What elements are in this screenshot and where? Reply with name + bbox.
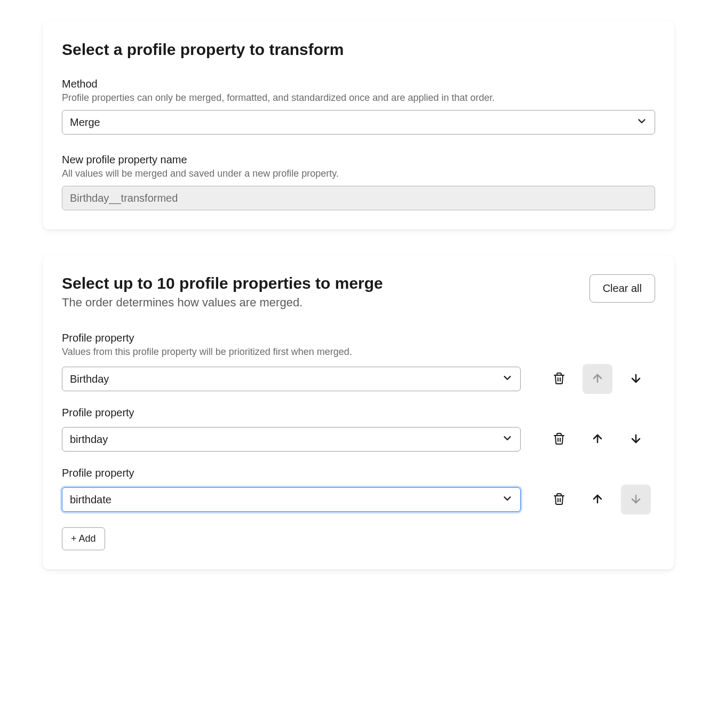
arrow-up-icon	[591, 372, 604, 386]
arrow-up-icon	[591, 432, 604, 447]
property-select-wrap: birthdate	[62, 487, 521, 512]
method-select[interactable]: Merge	[62, 110, 655, 134]
property-help: Values from this profile property will b…	[62, 346, 655, 358]
property-row: Profile propertybirthday	[62, 407, 655, 454]
property-value: birthdate	[70, 494, 111, 506]
method-field: Method Profile properties can only be me…	[62, 78, 655, 134]
property-select-wrap: birthday	[62, 427, 521, 452]
clear-all-button[interactable]: Clear all	[589, 274, 655, 303]
trash-icon	[553, 432, 565, 447]
method-value: Merge	[70, 116, 100, 129]
property-label: Profile property	[62, 407, 655, 419]
delete-button[interactable]	[544, 364, 574, 394]
property-select-wrap: Birthday	[62, 367, 521, 391]
new-name-label: New profile property name	[62, 154, 655, 166]
property-row: Profile propertyValues from this profile…	[62, 332, 655, 394]
property-controls: Birthday	[62, 364, 655, 394]
merge-subtitle: The order determines how values are merg…	[62, 296, 589, 310]
property-value: Birthday	[70, 373, 109, 385]
property-value: birthday	[70, 433, 108, 446]
property-row: Profile propertybirthdate	[62, 467, 655, 515]
new-name-value: Birthday__transformed	[70, 192, 178, 204]
property-select[interactable]: birthdate	[62, 487, 521, 512]
new-name-help: All values will be merged and saved unde…	[62, 168, 655, 179]
transform-card: Select a profile property to transform M…	[43, 21, 674, 230]
merge-card: Select up to 10 profile properties to me…	[43, 255, 674, 569]
property-select[interactable]: birthday	[62, 427, 521, 452]
properties-list: Profile propertyValues from this profile…	[62, 332, 655, 515]
move-down-button[interactable]	[621, 364, 651, 394]
property-controls: birthdate	[62, 485, 655, 515]
arrow-up-icon	[591, 493, 604, 507]
move-down-button[interactable]	[621, 424, 651, 454]
trash-icon	[553, 372, 565, 386]
method-help: Profile properties can only be merged, f…	[62, 92, 655, 104]
arrow-down-icon	[630, 432, 642, 447]
add-button[interactable]: + Add	[62, 527, 105, 550]
new-name-input[interactable]: Birthday__transformed	[62, 186, 655, 210]
arrow-down-icon	[630, 372, 642, 386]
merge-title: Select up to 10 profile properties to me…	[62, 274, 589, 292]
property-label: Profile property	[62, 467, 655, 479]
new-name-field: New profile property name All values wil…	[62, 154, 655, 210]
move-down-button	[621, 485, 651, 515]
delete-button[interactable]	[544, 485, 574, 515]
property-select[interactable]: Birthday	[62, 367, 521, 391]
trash-icon	[553, 493, 565, 507]
merge-header-text: Select up to 10 profile properties to me…	[62, 274, 589, 310]
move-up-button[interactable]	[583, 485, 612, 515]
move-up-button	[583, 364, 612, 394]
arrow-down-icon	[630, 493, 642, 507]
move-up-button[interactable]	[583, 424, 612, 454]
method-label: Method	[62, 78, 655, 90]
property-controls: birthday	[62, 424, 655, 454]
delete-button[interactable]	[544, 424, 574, 454]
property-label: Profile property	[62, 332, 655, 344]
merge-header: Select up to 10 profile properties to me…	[62, 274, 655, 310]
transform-title: Select a profile property to transform	[62, 41, 655, 59]
actions-row: + Add	[62, 527, 655, 550]
method-select-wrap: Merge	[62, 110, 655, 134]
